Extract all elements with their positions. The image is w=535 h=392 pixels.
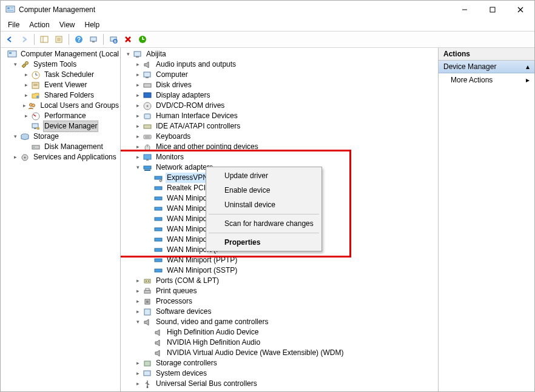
expand-icon[interactable]: ▸ [134, 102, 142, 110]
cat-sound[interactable]: ▾Sound, video and game controllers [134, 317, 438, 327]
cat-usb[interactable]: ▸Universal Serial Bus controllers [134, 379, 438, 389]
dev-wan-pptp[interactable]: WAN Miniport (PPTP) [145, 255, 438, 265]
menubar: File Action View Help [1, 19, 534, 31]
menu-action[interactable]: Action [24, 19, 54, 30]
cat-print-queues[interactable]: ▸Print queues [134, 286, 438, 296]
dev-nvidia-virtual[interactable]: NVIDIA Virtual Audio Device (Wave Extens… [145, 348, 438, 358]
expand-icon[interactable]: ▸ [134, 71, 142, 79]
svg-point-86 [147, 386, 149, 388]
ctx-properties[interactable]: Properties [207, 235, 320, 250]
expand-icon[interactable]: ▸ [134, 277, 142, 285]
collapse-icon[interactable]: ▾ [124, 50, 132, 58]
expand-icon[interactable]: ▸ [12, 153, 19, 161]
svg-rect-85 [144, 371, 150, 376]
tree-performance[interactable]: ▸Performance [22, 111, 120, 121]
close-button[interactable] [506, 1, 534, 19]
titlebar: Computer Management [1, 1, 534, 19]
tree-local-users[interactable]: ▸Local Users and Groups [22, 101, 120, 111]
expand-icon[interactable]: ▸ [134, 143, 142, 151]
speaker-icon [143, 60, 152, 70]
tree-task-scheduler[interactable]: ▸Task Scheduler [22, 70, 120, 80]
cat-software-devices[interactable]: ▸Software devices [134, 307, 438, 317]
collapse-icon[interactable]: ▾ [134, 318, 142, 326]
collapse-icon[interactable]: ▾ [12, 133, 19, 141]
show-hide-tree-button[interactable] [38, 33, 51, 46]
device-root[interactable]: ▾Abijita [124, 49, 438, 59]
cat-processors[interactable]: ▸Processors [134, 296, 438, 307]
expand-icon[interactable]: ▸ [134, 81, 142, 89]
expand-icon[interactable]: ▸ [134, 133, 142, 141]
tree-root[interactable]: Computer Management (Local [2, 49, 120, 59]
tree-system-tools[interactable]: ▾ System Tools [12, 59, 120, 70]
ctx-uninstall-device[interactable]: Uninstall device [207, 198, 320, 212]
cat-ide[interactable]: ▸IDE ATA/ATAPI controllers [134, 121, 438, 131]
minimize-button[interactable] [451, 1, 479, 19]
cat-disk-drives[interactable]: ▸Disk drives [134, 80, 438, 90]
forward-button[interactable] [18, 33, 31, 46]
cat-system-devices[interactable]: ▸System devices [134, 368, 438, 379]
collapse-icon[interactable]: ▾ [134, 164, 142, 171]
expand-icon[interactable]: ▸ [22, 81, 30, 89]
tree-services-apps[interactable]: ▸Services and Applications [12, 152, 120, 162]
nic-icon [153, 173, 163, 183]
expand-icon[interactable]: ▸ [134, 297, 142, 305]
nic-icon [153, 266, 163, 276]
hdd-icon [143, 81, 152, 90]
expand-icon[interactable]: ▸ [22, 91, 30, 99]
expand-icon[interactable]: ▸ [134, 380, 142, 388]
expand-icon[interactable]: ▸ [134, 370, 142, 377]
cat-computer[interactable]: ▸Computer [134, 70, 438, 80]
uninstall-button[interactable] [121, 33, 135, 46]
expand-icon[interactable]: ▸ [134, 61, 142, 68]
tree-disk-management[interactable]: Disk Management [22, 142, 120, 152]
maximize-button[interactable] [479, 1, 506, 19]
enable-button[interactable] [136, 33, 149, 46]
back-button[interactable] [3, 33, 16, 46]
expand-icon[interactable]: ▸ [134, 153, 142, 161]
expand-icon[interactable]: ▸ [134, 122, 142, 130]
dev-hd-audio[interactable]: High Definition Audio Device [145, 327, 438, 337]
ctx-update-driver[interactable]: Update driver [207, 168, 320, 183]
cat-hid[interactable]: ▸Human Interface Devices [134, 111, 438, 121]
collapse-icon[interactable]: ▾ [12, 61, 19, 68]
scope-pane[interactable]: Computer Management (Local ▾ System Tool… [1, 48, 121, 391]
toolbar-separator [103, 34, 104, 45]
cat-dvd[interactable]: ▸DVD/CD-ROM drives [134, 101, 438, 111]
scan-hardware-button[interactable] [107, 33, 120, 46]
menu-file[interactable]: File [3, 19, 24, 30]
expand-icon[interactable]: ▸ [134, 308, 142, 316]
tree-shared-folders[interactable]: ▸Shared Folders [22, 90, 120, 101]
cat-ports[interactable]: ▸Ports (COM & LPT) [134, 276, 438, 286]
cat-keyboards[interactable]: ▸Keyboards [134, 131, 438, 142]
dev-nvidia-audio[interactable]: NVIDIA High Definition Audio [145, 337, 438, 348]
properties-button[interactable] [52, 33, 66, 46]
result-pane[interactable]: ▾Abijita ▸Audio inputs and outputs ▸Comp… [121, 48, 439, 391]
menu-help[interactable]: Help [80, 19, 105, 30]
cat-display-adapters[interactable]: ▸Display adapters [134, 90, 438, 101]
refresh-button[interactable] [87, 33, 100, 46]
cat-audio-io[interactable]: ▸Audio inputs and outputs [134, 59, 438, 70]
mouse-icon [143, 142, 152, 152]
actions-more[interactable]: More Actions ▸ [439, 73, 534, 87]
expand-icon[interactable]: ▸ [22, 112, 30, 120]
expand-icon[interactable]: ▸ [134, 91, 142, 99]
expand-icon[interactable]: ▸ [134, 112, 142, 120]
ctx-scan-hardware[interactable]: Scan for hardware changes [207, 216, 320, 231]
svg-rect-53 [144, 114, 150, 119]
expand-icon[interactable]: ▸ [134, 359, 142, 367]
tree-event-viewer[interactable]: ▸Event Viewer [22, 80, 120, 90]
tree-device-manager[interactable]: Device Manager [22, 121, 120, 131]
tree-storage[interactable]: ▾ Storage [12, 131, 120, 142]
cat-storage-controllers[interactable]: ▸Storage controllers [134, 358, 438, 368]
svg-rect-83 [144, 309, 150, 315]
ctx-enable-device[interactable]: Enable device [207, 183, 320, 198]
menu-view[interactable]: View [55, 19, 80, 30]
cat-monitors[interactable]: ▸Monitors [134, 152, 438, 162]
dev-wan-sstp[interactable]: WAN Miniport (SSTP) [145, 265, 438, 276]
expand-icon[interactable]: ▸ [22, 102, 27, 110]
expand-icon[interactable]: ▸ [134, 287, 142, 295]
actions-group-device-manager[interactable]: Device Manager ▴ [439, 61, 534, 73]
help-button[interactable]: ? [72, 33, 86, 46]
expand-icon[interactable]: ▸ [22, 71, 30, 79]
cat-mice[interactable]: ▸Mice and other pointing devices [134, 142, 438, 152]
